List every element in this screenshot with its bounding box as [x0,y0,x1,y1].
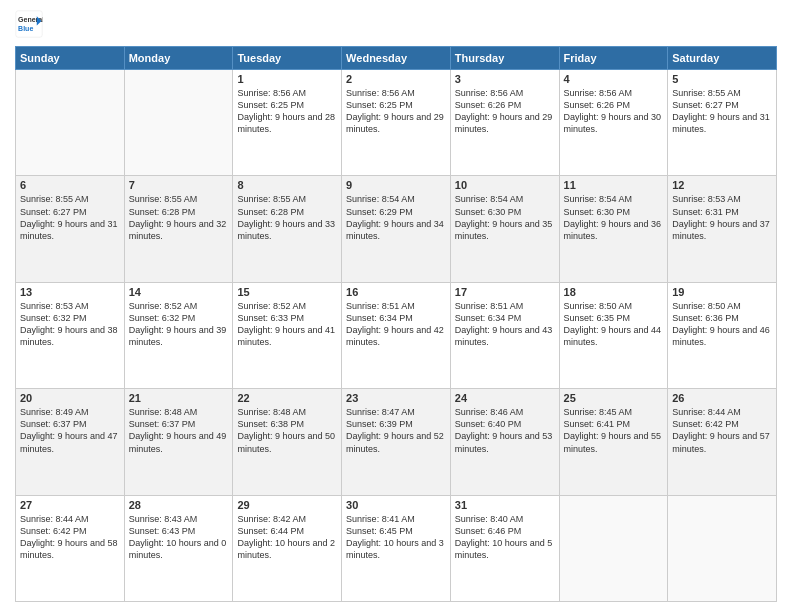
day-number: 7 [129,179,229,191]
day-info: Sunrise: 8:49 AM Sunset: 6:37 PM Dayligh… [20,406,120,455]
day-info: Sunrise: 8:45 AM Sunset: 6:41 PM Dayligh… [564,406,664,455]
day-number: 3 [455,73,555,85]
calendar-cell: 4Sunrise: 8:56 AM Sunset: 6:26 PM Daylig… [559,70,668,176]
calendar-cell: 5Sunrise: 8:55 AM Sunset: 6:27 PM Daylig… [668,70,777,176]
header: General Blue [15,10,777,38]
day-info: Sunrise: 8:53 AM Sunset: 6:32 PM Dayligh… [20,300,120,349]
calendar-cell: 20Sunrise: 8:49 AM Sunset: 6:37 PM Dayli… [16,389,125,495]
logo-icon: General Blue [15,10,43,38]
day-info: Sunrise: 8:47 AM Sunset: 6:39 PM Dayligh… [346,406,446,455]
day-number: 31 [455,499,555,511]
calendar-cell: 7Sunrise: 8:55 AM Sunset: 6:28 PM Daylig… [124,176,233,282]
calendar-week-row: 1Sunrise: 8:56 AM Sunset: 6:25 PM Daylig… [16,70,777,176]
calendar-cell: 18Sunrise: 8:50 AM Sunset: 6:35 PM Dayli… [559,282,668,388]
day-info: Sunrise: 8:46 AM Sunset: 6:40 PM Dayligh… [455,406,555,455]
day-number: 6 [20,179,120,191]
day-info: Sunrise: 8:56 AM Sunset: 6:25 PM Dayligh… [237,87,337,136]
calendar-week-row: 20Sunrise: 8:49 AM Sunset: 6:37 PM Dayli… [16,389,777,495]
calendar-cell: 13Sunrise: 8:53 AM Sunset: 6:32 PM Dayli… [16,282,125,388]
day-number: 1 [237,73,337,85]
calendar-cell: 12Sunrise: 8:53 AM Sunset: 6:31 PM Dayli… [668,176,777,282]
day-info: Sunrise: 8:56 AM Sunset: 6:26 PM Dayligh… [455,87,555,136]
day-info: Sunrise: 8:55 AM Sunset: 6:27 PM Dayligh… [20,193,120,242]
day-info: Sunrise: 8:44 AM Sunset: 6:42 PM Dayligh… [672,406,772,455]
calendar-day-header: Saturday [668,47,777,70]
calendar-week-row: 6Sunrise: 8:55 AM Sunset: 6:27 PM Daylig… [16,176,777,282]
calendar-cell: 25Sunrise: 8:45 AM Sunset: 6:41 PM Dayli… [559,389,668,495]
day-number: 23 [346,392,446,404]
calendar-cell: 28Sunrise: 8:43 AM Sunset: 6:43 PM Dayli… [124,495,233,601]
day-info: Sunrise: 8:51 AM Sunset: 6:34 PM Dayligh… [455,300,555,349]
page: General Blue SundayMondayTuesdayWednesda… [0,0,792,612]
calendar-cell [559,495,668,601]
day-number: 17 [455,286,555,298]
day-number: 11 [564,179,664,191]
day-number: 24 [455,392,555,404]
calendar-cell: 3Sunrise: 8:56 AM Sunset: 6:26 PM Daylig… [450,70,559,176]
calendar-day-header: Friday [559,47,668,70]
calendar-cell: 21Sunrise: 8:48 AM Sunset: 6:37 PM Dayli… [124,389,233,495]
calendar-week-row: 13Sunrise: 8:53 AM Sunset: 6:32 PM Dayli… [16,282,777,388]
calendar-cell: 17Sunrise: 8:51 AM Sunset: 6:34 PM Dayli… [450,282,559,388]
day-number: 10 [455,179,555,191]
calendar-day-header: Tuesday [233,47,342,70]
calendar-cell: 6Sunrise: 8:55 AM Sunset: 6:27 PM Daylig… [16,176,125,282]
day-info: Sunrise: 8:55 AM Sunset: 6:28 PM Dayligh… [129,193,229,242]
calendar-cell: 2Sunrise: 8:56 AM Sunset: 6:25 PM Daylig… [342,70,451,176]
logo: General Blue [15,10,47,38]
calendar-table: SundayMondayTuesdayWednesdayThursdayFrid… [15,46,777,602]
day-info: Sunrise: 8:56 AM Sunset: 6:26 PM Dayligh… [564,87,664,136]
calendar-cell: 27Sunrise: 8:44 AM Sunset: 6:42 PM Dayli… [16,495,125,601]
day-info: Sunrise: 8:56 AM Sunset: 6:25 PM Dayligh… [346,87,446,136]
calendar-cell: 8Sunrise: 8:55 AM Sunset: 6:28 PM Daylig… [233,176,342,282]
calendar-cell: 15Sunrise: 8:52 AM Sunset: 6:33 PM Dayli… [233,282,342,388]
calendar-cell: 14Sunrise: 8:52 AM Sunset: 6:32 PM Dayli… [124,282,233,388]
day-number: 28 [129,499,229,511]
calendar-cell: 22Sunrise: 8:48 AM Sunset: 6:38 PM Dayli… [233,389,342,495]
day-number: 14 [129,286,229,298]
day-number: 19 [672,286,772,298]
calendar-cell [124,70,233,176]
svg-text:Blue: Blue [18,25,33,32]
day-info: Sunrise: 8:54 AM Sunset: 6:29 PM Dayligh… [346,193,446,242]
calendar-day-header: Thursday [450,47,559,70]
day-info: Sunrise: 8:44 AM Sunset: 6:42 PM Dayligh… [20,513,120,562]
day-info: Sunrise: 8:42 AM Sunset: 6:44 PM Dayligh… [237,513,337,562]
day-info: Sunrise: 8:48 AM Sunset: 6:38 PM Dayligh… [237,406,337,455]
day-number: 4 [564,73,664,85]
calendar-cell: 31Sunrise: 8:40 AM Sunset: 6:46 PM Dayli… [450,495,559,601]
day-number: 27 [20,499,120,511]
calendar-day-header: Wednesday [342,47,451,70]
calendar-week-row: 27Sunrise: 8:44 AM Sunset: 6:42 PM Dayli… [16,495,777,601]
calendar-cell: 23Sunrise: 8:47 AM Sunset: 6:39 PM Dayli… [342,389,451,495]
day-number: 9 [346,179,446,191]
day-info: Sunrise: 8:41 AM Sunset: 6:45 PM Dayligh… [346,513,446,562]
day-number: 5 [672,73,772,85]
day-number: 12 [672,179,772,191]
calendar-cell: 10Sunrise: 8:54 AM Sunset: 6:30 PM Dayli… [450,176,559,282]
calendar-day-header: Sunday [16,47,125,70]
day-info: Sunrise: 8:54 AM Sunset: 6:30 PM Dayligh… [564,193,664,242]
day-number: 8 [237,179,337,191]
calendar-cell: 30Sunrise: 8:41 AM Sunset: 6:45 PM Dayli… [342,495,451,601]
day-info: Sunrise: 8:50 AM Sunset: 6:36 PM Dayligh… [672,300,772,349]
calendar-cell: 11Sunrise: 8:54 AM Sunset: 6:30 PM Dayli… [559,176,668,282]
day-info: Sunrise: 8:50 AM Sunset: 6:35 PM Dayligh… [564,300,664,349]
day-info: Sunrise: 8:52 AM Sunset: 6:33 PM Dayligh… [237,300,337,349]
day-info: Sunrise: 8:40 AM Sunset: 6:46 PM Dayligh… [455,513,555,562]
calendar-cell: 9Sunrise: 8:54 AM Sunset: 6:29 PM Daylig… [342,176,451,282]
day-number: 22 [237,392,337,404]
day-info: Sunrise: 8:55 AM Sunset: 6:27 PM Dayligh… [672,87,772,136]
calendar-cell [16,70,125,176]
calendar-cell: 29Sunrise: 8:42 AM Sunset: 6:44 PM Dayli… [233,495,342,601]
day-number: 20 [20,392,120,404]
day-info: Sunrise: 8:52 AM Sunset: 6:32 PM Dayligh… [129,300,229,349]
day-number: 15 [237,286,337,298]
day-info: Sunrise: 8:55 AM Sunset: 6:28 PM Dayligh… [237,193,337,242]
day-info: Sunrise: 8:51 AM Sunset: 6:34 PM Dayligh… [346,300,446,349]
calendar-day-header: Monday [124,47,233,70]
day-number: 16 [346,286,446,298]
day-number: 18 [564,286,664,298]
day-info: Sunrise: 8:54 AM Sunset: 6:30 PM Dayligh… [455,193,555,242]
calendar-cell: 19Sunrise: 8:50 AM Sunset: 6:36 PM Dayli… [668,282,777,388]
